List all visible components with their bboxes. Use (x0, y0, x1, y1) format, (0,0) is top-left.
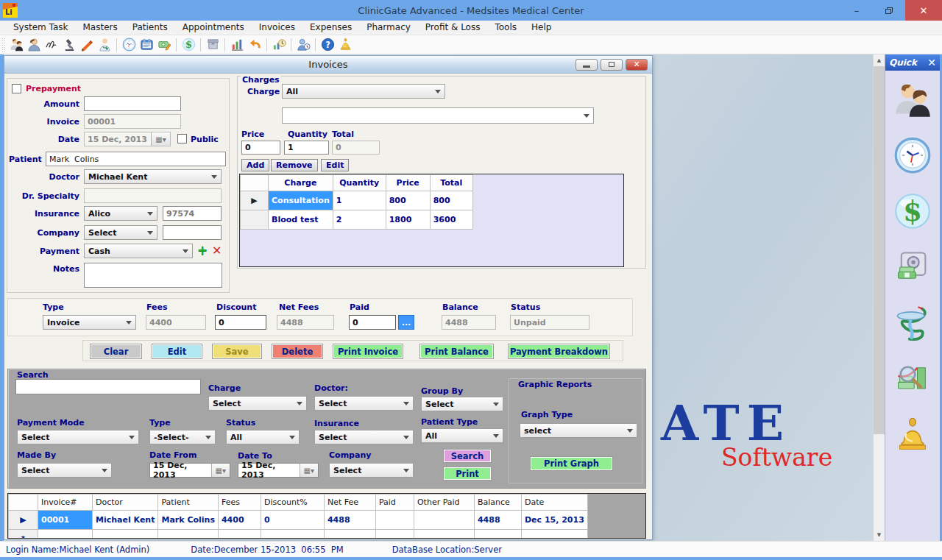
invoice-date-picker[interactable]: 15 Dec, 2013 ▦▾ (84, 132, 171, 146)
charges-grid-cell[interactable]: Blood test (269, 210, 333, 230)
charge-detail-select[interactable] (282, 107, 594, 124)
toolbar-patients-icon[interactable] (8, 37, 24, 53)
invoices-window-titlebar[interactable]: Invoices ✕ (4, 56, 652, 74)
print-balance-button[interactable]: Print Balance (419, 344, 494, 359)
new-row-marker-icon[interactable]: * (9, 530, 38, 539)
edit-charge-button[interactable]: Edit (321, 159, 349, 171)
charge-category-select[interactable]: All (282, 84, 445, 99)
search-type-select[interactable]: -Select- (149, 430, 216, 444)
charges-grid-cell[interactable]: 3600 (430, 210, 472, 230)
prepayment-checkbox[interactable] (12, 84, 21, 93)
print-invoice-button[interactable]: Print Invoice (333, 344, 403, 359)
edit-button[interactable]: Edit (152, 344, 202, 359)
toolbar-patient-icon[interactable] (26, 37, 42, 53)
charges-grid-col-charge[interactable]: Charge (269, 175, 333, 191)
results-col-discount[interactable]: Discount% (261, 495, 324, 511)
child-close-button[interactable]: ✕ (626, 59, 648, 71)
search-insurance-select[interactable]: Select (314, 430, 414, 444)
amount-field[interactable] (84, 96, 181, 111)
results-col-otherpaid[interactable]: Other Paid (414, 495, 474, 511)
calendar-icon[interactable]: ▦▾ (151, 132, 170, 146)
clear-button[interactable]: Clear (90, 344, 142, 359)
row-selector-arrow-icon[interactable]: ▶ (241, 191, 269, 210)
delete-payment-icon[interactable]: ✕ (212, 244, 222, 258)
search-payment-mode-select[interactable]: Select (17, 430, 139, 444)
quick-patients-icon[interactable] (893, 79, 932, 119)
search-charge-select[interactable]: Select (208, 396, 307, 411)
scroll-up-icon[interactable]: ▲ (874, 54, 885, 66)
search-date-from-picker[interactable]: 15 Dec, 2013 ▦▾ (149, 463, 230, 478)
charges-grid-col-price[interactable]: Price (386, 175, 430, 191)
results-cell-paid[interactable] (375, 511, 414, 530)
menu-help[interactable]: Help (524, 21, 559, 35)
child-maximize-button[interactable] (601, 59, 623, 71)
toolbar-user-clock-icon[interactable] (295, 37, 311, 53)
toolbar-archive-box-icon[interactable] (205, 37, 221, 53)
quick-dollar-icon[interactable]: $ (893, 191, 932, 231)
row-selector[interactable] (241, 210, 269, 230)
charges-grid-cell[interactable]: 1 (333, 191, 386, 210)
discount-field[interactable] (215, 315, 266, 330)
quick-report-icon[interactable] (893, 359, 932, 399)
quick-clock-icon[interactable] (893, 135, 932, 175)
charges-grid-row[interactable]: ▶ Consultation 1 800 800 (241, 191, 473, 210)
patient-field[interactable] (46, 152, 226, 166)
type-select[interactable]: Invoice (43, 315, 136, 330)
quick-pharmacy-icon[interactable] (893, 303, 932, 343)
toolbar-dollar-icon[interactable]: $ (180, 37, 196, 53)
charges-grid-col-quantity[interactable]: Quantity (333, 175, 386, 191)
results-col-netfee[interactable]: Net Fee (324, 495, 375, 511)
scrollbar-track[interactable] (874, 434, 885, 529)
search-patient-type-select[interactable]: All (421, 428, 503, 443)
minimize-button[interactable]: – (840, 0, 873, 21)
payment-breakdown-button[interactable]: Payment Breakdown (508, 344, 610, 359)
results-col-invoice[interactable]: Invoice# (38, 495, 93, 511)
toolbar-doctor-icon[interactable] (96, 37, 113, 53)
results-grid-row[interactable]: ▶ 00001 Michael Kent Mark Colins 4400 0 … (9, 511, 588, 530)
toolbar-invoice-box-icon[interactable] (138, 37, 155, 53)
search-button[interactable]: Search (443, 449, 492, 463)
results-cell-patient[interactable]: Mark Colins (158, 511, 219, 530)
menu-system-task[interactable]: System Task (6, 21, 75, 35)
charges-grid-row[interactable]: Blood test 2 1800 3600 (241, 210, 473, 230)
graph-type-select[interactable]: select (520, 423, 637, 438)
paid-field[interactable] (349, 315, 396, 330)
quick-bell-icon[interactable] (893, 415, 932, 455)
toolbar-help-icon[interactable]: ? (319, 37, 336, 53)
toolbar-stats-clock-icon[interactable] (271, 37, 287, 53)
quantity-field[interactable] (284, 141, 329, 155)
save-button[interactable]: Save (212, 344, 262, 359)
results-cell-balance[interactable]: 4488 (474, 511, 521, 530)
insurance-select[interactable]: Alico (84, 206, 157, 221)
menu-masters[interactable]: Masters (75, 21, 124, 35)
close-button[interactable]: ✕ (905, 0, 942, 21)
price-field[interactable] (241, 141, 280, 155)
add-payment-icon[interactable]: + (197, 243, 208, 258)
public-checkbox[interactable] (177, 134, 187, 143)
results-col-date[interactable]: Date (521, 495, 587, 511)
menu-expenses[interactable]: Expenses (302, 21, 359, 35)
menu-patients[interactable]: Patients (125, 21, 175, 35)
doctor-select[interactable]: Michael Kent (84, 169, 222, 184)
search-date-to-picker[interactable]: 15 Dec, 2013 ▦▾ (238, 463, 319, 478)
insurance-number-field[interactable] (163, 206, 222, 221)
results-col-fees[interactable]: Fees (218, 495, 261, 511)
charges-grid-cell[interactable]: 800 (430, 191, 472, 210)
toolbar-clock-icon[interactable] (121, 37, 137, 53)
toolbar-microscope-icon[interactable] (61, 37, 77, 53)
row-selector-arrow-icon[interactable]: ▶ (9, 511, 38, 530)
results-cell-date[interactable]: Dec 15, 2013 (521, 511, 587, 530)
charges-grid-cell[interactable]: 800 (386, 191, 430, 210)
toolbar-expense-note-icon[interactable] (156, 37, 172, 53)
search-made-by-select[interactable]: Select (17, 463, 112, 478)
charges-grid-cell[interactable]: 1800 (386, 210, 430, 230)
results-cell-fees[interactable]: 4400 (218, 511, 261, 530)
charges-grid-cell[interactable]: 2 (333, 210, 386, 230)
add-charge-button[interactable]: Add (241, 159, 269, 171)
menu-pharmacy[interactable]: Pharmacy (359, 21, 418, 35)
scroll-down-icon[interactable]: ▼ (874, 529, 885, 541)
company-number-field[interactable] (163, 225, 222, 240)
results-grid-new-row[interactable]: * (9, 530, 588, 539)
menu-appointments[interactable]: Appointments (175, 21, 252, 35)
delete-button[interactable]: Delete (272, 344, 323, 359)
